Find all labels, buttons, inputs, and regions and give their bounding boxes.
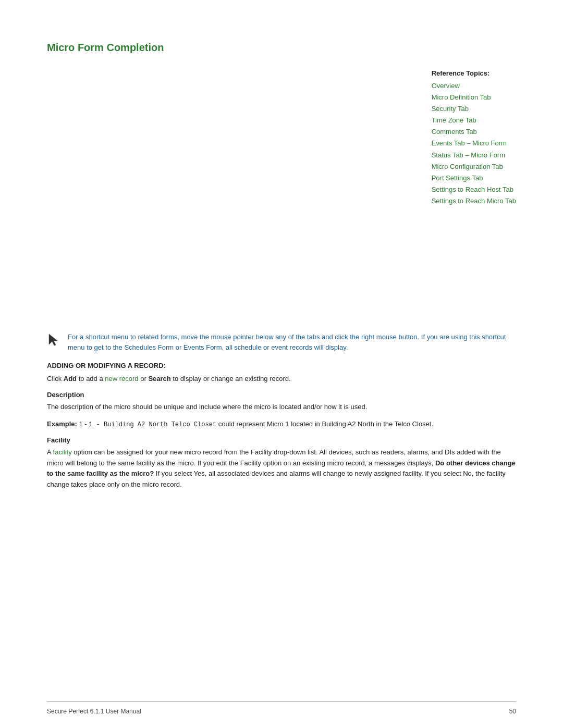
facility-heading: Facility xyxy=(47,436,516,444)
example-label: Example: xyxy=(47,420,77,428)
new-record-link[interactable]: new record xyxy=(105,375,138,382)
reference-link-security[interactable]: Security Tab xyxy=(432,103,516,115)
facility-paragraph: A facility option can be assigned for yo… xyxy=(47,447,516,490)
reference-link-events[interactable]: Events Tab – Micro Form xyxy=(432,138,516,149)
reference-link-time-zone[interactable]: Time Zone Tab xyxy=(432,115,516,126)
adding-heading: ADDING OR MODIFYING A RECORD: xyxy=(47,362,516,369)
description-heading: Description xyxy=(47,391,516,399)
example-code: 1 - Building A2 North Telco Closet xyxy=(89,421,216,428)
footer-divider xyxy=(47,701,516,702)
add-label: Add xyxy=(64,375,77,382)
example-suffix: could represent Micro 1 located in Build… xyxy=(216,420,433,428)
adding-paragraph: Click Add to add a new record or Search … xyxy=(47,374,516,385)
reference-link-micro-definition[interactable]: Micro Definition Tab xyxy=(432,92,516,103)
facility-bold: Do other devices change to the same faci… xyxy=(47,459,516,478)
reference-link-overview[interactable]: Overview xyxy=(432,80,516,92)
reference-link-status[interactable]: Status Tab – Micro Form xyxy=(432,150,516,161)
reference-link-comments[interactable]: Comments Tab xyxy=(432,126,516,138)
footer-right: 50 xyxy=(509,708,516,715)
svg-marker-0 xyxy=(49,334,57,346)
main-content: For a shortcut menu to related forms, mo… xyxy=(47,207,516,490)
reference-link-port-settings[interactable]: Port Settings Tab xyxy=(432,172,516,184)
description-paragraph: The description of the micro should be u… xyxy=(47,402,516,413)
footer-left: Secure Perfect 6.1.1 User Manual xyxy=(47,708,141,715)
reference-link-reach-micro[interactable]: Settings to Reach Micro Tab xyxy=(432,195,516,207)
page-title: Micro Form Completion xyxy=(47,42,516,54)
reference-section: Reference Topics: Overview Micro Definit… xyxy=(432,69,516,207)
reference-link-reach-host[interactable]: Settings to Reach Host Tab xyxy=(432,184,516,195)
footer: Secure Perfect 6.1.1 User Manual 50 xyxy=(47,708,516,715)
page-container: Micro Form Completion Reference Topics: … xyxy=(0,0,563,728)
search-label: Search xyxy=(148,375,170,382)
example-paragraph: Example: 1 - 1 - Building A2 North Telco… xyxy=(47,419,516,430)
shortcut-section: For a shortcut menu to related forms, mo… xyxy=(47,332,516,352)
shortcut-text: For a shortcut menu to related forms, mo… xyxy=(68,332,516,352)
reference-label: Reference Topics: xyxy=(432,69,516,77)
example-number: 1 - xyxy=(79,420,89,428)
reference-link-micro-config[interactable]: Micro Configuration Tab xyxy=(432,161,516,172)
cursor-icon xyxy=(47,333,64,349)
facility-link[interactable]: facility xyxy=(53,448,72,456)
